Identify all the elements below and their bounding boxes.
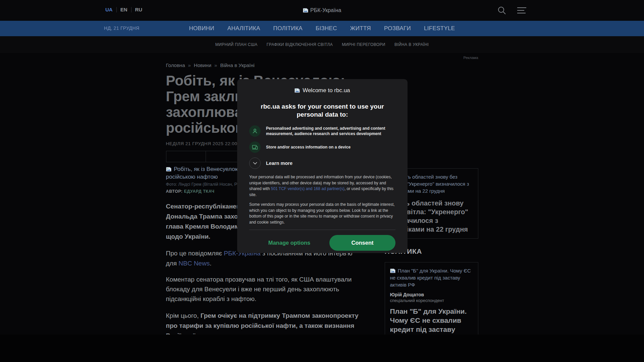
site-logo-text: РБК-Україна: [310, 7, 341, 13]
nav-item-життя[interactable]: ЖИТТЯ: [350, 25, 371, 32]
chevron-down-icon[interactable]: [249, 158, 261, 169]
consent-actions: Manage options Consent: [249, 235, 395, 251]
learn-more-toggle[interactable]: Learn more: [249, 158, 395, 169]
bottom-ad-band: [0, 335, 644, 362]
topic-tag[interactable]: ГРАФІКИ ВІДКЛЮЧЕННЯ СВІТЛА: [267, 42, 333, 47]
current-date: НД, 21 ГРУДНЯ: [104, 25, 139, 31]
nav-item-політика[interactable]: ПОЛІТИКА: [273, 25, 303, 32]
purpose-text: Store and/or access information on a dev…: [266, 144, 351, 150]
person-icon-badge: [249, 125, 261, 137]
broken-image-icon: [166, 167, 171, 172]
magnifier-glyph: [497, 6, 507, 16]
site-logo[interactable]: РБК-Україна: [0, 7, 644, 13]
broken-image-icon: [390, 268, 395, 273]
consent-purpose-item: Store and/or access information on a dev…: [249, 141, 395, 153]
author-role: спеціальний кореспондент: [390, 298, 473, 303]
consent-heading: rbc.ua asks for your consent to use your…: [255, 103, 389, 119]
consent-body-text: Some vendors may process your personal d…: [249, 202, 395, 225]
breadcrumb-separator: »: [214, 62, 217, 68]
topic-tag[interactable]: ВІЙНА В УКРАЇНІ: [394, 42, 429, 47]
tcf-vendors-link[interactable]: 501 TCF vendor(s) and 168 ad partner(s): [271, 186, 344, 191]
author-link[interactable]: ЕДУАРД ТКАЧ: [184, 189, 214, 194]
ad-label: Реклама: [463, 56, 478, 60]
consent-button[interactable]: Consent: [329, 235, 395, 251]
topic-tags-bar: МИРНИЙ ПЛАН СШАГРАФІКИ ВІДКЛЮЧЕННЯ СВІТЛ…: [0, 36, 644, 53]
rbc-ua-news-page: { "topbar": { "languages": [ {"code": "U…: [0, 0, 644, 362]
text-segment: .: [210, 260, 211, 267]
consent-purpose-item: Personalised advertising and content, ad…: [249, 125, 395, 137]
menu-icon[interactable]: [517, 7, 527, 14]
main-nav-bar: НД, 21 ГРУДНЯ НОВИНИАНАЛІТИКАПОЛІТИКАБІЗ…: [0, 21, 644, 36]
learn-more-label: Learn more: [266, 161, 292, 166]
consent-purposes: Personalised advertising and content, ad…: [249, 125, 395, 153]
breadcrumb: Головна»Новини»Війна в Україні: [166, 53, 367, 68]
author-label: АВТОР:: [166, 189, 183, 194]
consent-dialog: Welcome to rbc.ua rbc.ua asks for your c…: [237, 79, 408, 253]
welcome-image: Welcome to rbc.ua: [249, 87, 395, 94]
search-icon[interactable]: [497, 6, 507, 16]
text-segment: Про це повідомляє: [166, 250, 224, 257]
breadcrumb-link[interactable]: Головна: [166, 62, 185, 68]
article-paragraph: Коментар сенатора прозвучав на тлі того,…: [166, 275, 359, 304]
nav-item-новини[interactable]: НОВИНИ: [189, 25, 214, 32]
nav-item-бізнес[interactable]: БІЗНЕС: [316, 25, 337, 32]
topic-tag[interactable]: МИРНИЙ ПЛАН США: [215, 42, 258, 47]
consent-body-text: Your personal data will be processed and…: [249, 174, 395, 198]
image-alt-text: План "Б" для України. Чому ЄС не схвалив…: [390, 267, 473, 288]
nav-item-lifestyle[interactable]: LIFESTYLE: [424, 25, 455, 32]
author-name: Юрій Дощатов: [390, 292, 473, 297]
text-segment: Крім цього,: [166, 312, 201, 319]
broken-image-icon: [303, 8, 308, 13]
nav-item-аналітика[interactable]: АНАЛІТИКА: [227, 25, 260, 32]
inline-link[interactable]: NBC News: [178, 260, 210, 267]
nav-item-розваги[interactable]: РОЗВАГИ: [384, 25, 411, 32]
top-bar: UAENRU РБК-Україна: [0, 0, 644, 21]
purpose-text: Personalised advertising and content, ad…: [266, 126, 395, 137]
breadcrumb-separator: »: [188, 62, 191, 68]
divider: [249, 230, 395, 230]
topic-tag[interactable]: МИРНІ ПЕРЕГОВОРИ: [342, 42, 385, 47]
broken-image-icon: [294, 88, 300, 93]
device-icon: [252, 145, 258, 150]
breadcrumb-link[interactable]: Війна в Україні: [220, 62, 255, 68]
person-icon: [252, 128, 258, 134]
welcome-alt-text: Welcome to rbc.ua: [303, 87, 350, 94]
manage-options-button[interactable]: Manage options: [268, 240, 311, 246]
breadcrumb-link[interactable]: Новини: [194, 62, 211, 68]
main-nav: НОВИНИАНАЛІТИКАПОЛІТИКАБІЗНЕСЖИТТЯРОЗВАГ…: [0, 21, 644, 36]
share-button[interactable]: [166, 151, 206, 162]
device-icon-badge: [249, 141, 261, 153]
